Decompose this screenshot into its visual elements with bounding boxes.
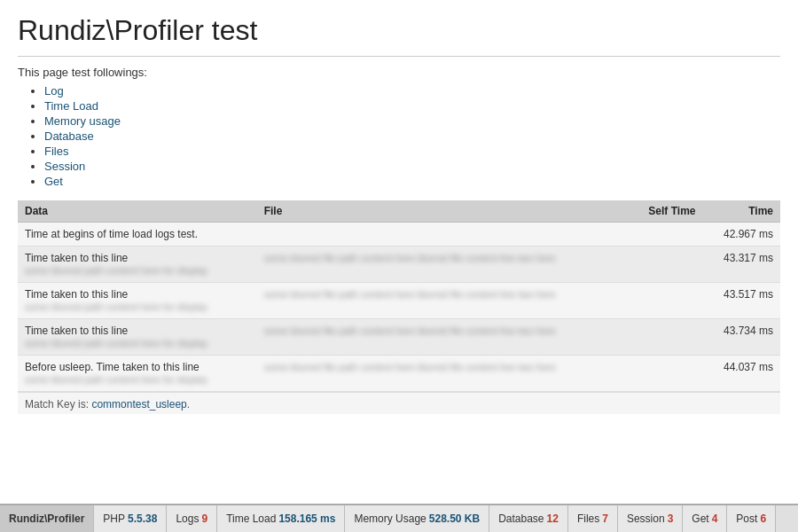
- tab-label: PHP: [103, 512, 125, 525]
- tab-badge: 3: [668, 512, 674, 525]
- feature-link[interactable]: Log: [44, 84, 64, 98]
- cell-file: some blurred file path content here blur…: [257, 283, 629, 319]
- table-body: Time at begins of time load logs test.42…: [18, 223, 780, 392]
- tab-label: Logs: [176, 512, 199, 525]
- tab-files[interactable]: Files7: [568, 505, 618, 532]
- tab-badge: 12: [547, 512, 559, 525]
- blurred-file: some blurred file path content here blur…: [264, 289, 556, 300]
- table-row: Time taken to this linesome blurred path…: [18, 246, 780, 283]
- tab-memory-usage[interactable]: Memory Usage 528.50 KB: [345, 505, 489, 532]
- cell-data: Time taken to this linesome blurred path…: [18, 319, 257, 356]
- tab-badge: 4: [712, 512, 718, 525]
- tab-label: Time Load: [226, 512, 276, 525]
- tab-label: Post: [736, 512, 757, 525]
- tab-rundiz-profiler[interactable]: Rundiz\Profiler: [0, 505, 94, 532]
- match-key-link[interactable]: commontest_usleep: [91, 398, 186, 411]
- profiler-table: Data File Self Time Time Time at begins …: [18, 200, 780, 392]
- match-key-label: Match Key is:: [25, 398, 89, 411]
- tab-session[interactable]: Session3: [618, 505, 683, 532]
- blurred-data: some blurred path content here for displ…: [25, 265, 207, 276]
- tab-label: Rundiz\Profiler: [9, 512, 84, 525]
- main-content: Rundiz\Profiler test This page test foll…: [0, 0, 798, 504]
- tab-label: Database: [498, 512, 544, 525]
- col-data: Data: [18, 200, 257, 223]
- table-header: Data File Self Time Time: [18, 200, 780, 223]
- tab-badge: 6: [760, 512, 766, 525]
- cell-time: 43.317 ms: [702, 246, 780, 283]
- tab-database[interactable]: Database12: [489, 505, 568, 532]
- tab-logs[interactable]: Logs9: [167, 505, 217, 532]
- feature-list-item: Memory usage: [44, 114, 780, 128]
- cell-data: Time taken to this linesome blurred path…: [18, 246, 257, 283]
- cell-self-time: [629, 356, 703, 392]
- feature-list-item: Time Load: [44, 99, 780, 113]
- feature-link[interactable]: Session: [44, 160, 85, 173]
- cell-self-time: [629, 246, 703, 283]
- col-file: File: [257, 200, 629, 223]
- cell-file: some blurred file path content here blur…: [257, 319, 629, 356]
- cell-time: 42.967 ms: [702, 223, 780, 246]
- col-time: Time: [702, 200, 780, 223]
- feature-link[interactable]: Memory usage: [44, 114, 121, 128]
- tab-label: Get: [692, 512, 708, 525]
- col-self-time: Self Time: [629, 200, 703, 223]
- table-row: Before usleep. Time taken to this lineso…: [18, 356, 780, 392]
- cell-time: 43.517 ms: [702, 283, 780, 319]
- page-title: Rundiz\Profiler test: [18, 14, 780, 47]
- feature-link[interactable]: Files: [44, 145, 68, 158]
- tab-bar: Rundiz\ProfilerPHP 5.5.38Logs9Time Load …: [0, 504, 798, 532]
- blurred-data: some blurred path content here for displ…: [25, 338, 207, 348]
- intro-text: This page test followings:: [18, 66, 780, 79]
- cell-file: [257, 223, 629, 246]
- match-key-row: Match Key is: commontest_usleep.: [18, 392, 780, 414]
- cell-file: some blurred file path content here blur…: [257, 246, 629, 283]
- cell-file: some blurred file path content here blur…: [257, 356, 629, 392]
- blurred-file: some blurred file path content here blur…: [264, 325, 556, 336]
- tab-post[interactable]: Post6: [727, 505, 776, 532]
- tab-badge: 9: [201, 512, 207, 525]
- feature-list-item: Session: [44, 160, 780, 173]
- cell-time: 44.037 ms: [702, 356, 780, 392]
- feature-list-item: Log: [44, 84, 780, 98]
- tab-label: Session: [627, 512, 665, 525]
- title-divider: [18, 56, 780, 57]
- tab-label: Memory Usage: [354, 512, 426, 525]
- blurred-file: some blurred file path content here blur…: [264, 253, 556, 263]
- tab-time-load[interactable]: Time Load 158.165 ms: [217, 505, 345, 532]
- blurred-file: some blurred file path content here blur…: [264, 362, 556, 372]
- tab-badge: 7: [602, 512, 608, 525]
- tab-value: 528.50 KB: [429, 512, 480, 525]
- table-row: Time at begins of time load logs test.42…: [18, 223, 780, 246]
- cell-data: Time at begins of time load logs test.: [18, 223, 257, 246]
- cell-data: Before usleep. Time taken to this lineso…: [18, 356, 257, 392]
- blurred-data: some blurred path content here for displ…: [25, 301, 207, 312]
- feature-link[interactable]: Get: [44, 175, 63, 188]
- feature-list-item: Get: [44, 175, 780, 188]
- blurred-data: some blurred path content here for displ…: [25, 374, 207, 385]
- table-row: Time taken to this linesome blurred path…: [18, 319, 780, 356]
- feature-list: LogTime LoadMemory usageDatabaseFilesSes…: [18, 84, 780, 188]
- tab-value: 158.165 ms: [278, 512, 335, 525]
- feature-link[interactable]: Time Load: [44, 99, 98, 113]
- cell-self-time: [629, 319, 703, 356]
- feature-list-item: Files: [44, 145, 780, 158]
- cell-data: Time taken to this linesome blurred path…: [18, 283, 257, 319]
- cell-self-time: [629, 223, 703, 246]
- table-row: Time taken to this linesome blurred path…: [18, 283, 780, 319]
- tab-get[interactable]: Get4: [683, 505, 727, 532]
- feature-list-item: Database: [44, 129, 780, 143]
- tab-php[interactable]: PHP 5.5.38: [94, 505, 167, 532]
- tab-label: Files: [577, 512, 599, 525]
- tab-value: 5.5.38: [128, 512, 157, 525]
- cell-time: 43.734 ms: [702, 319, 780, 356]
- cell-self-time: [629, 283, 703, 319]
- feature-link[interactable]: Database: [44, 129, 94, 143]
